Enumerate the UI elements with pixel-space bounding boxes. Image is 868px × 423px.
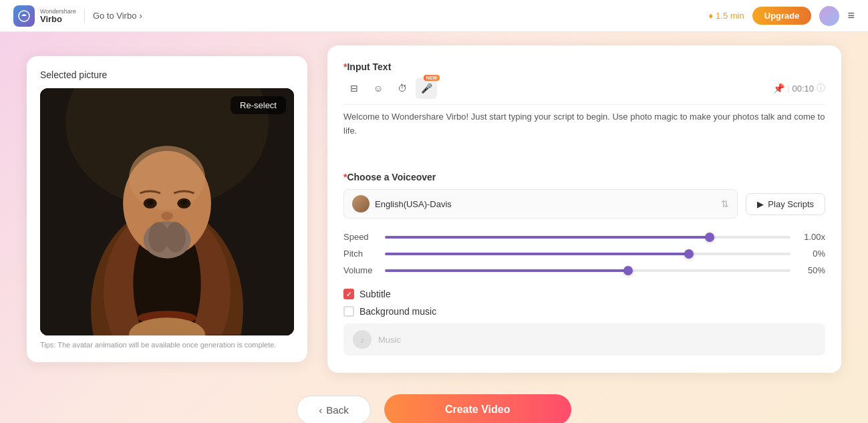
- speed-label: Speed: [343, 232, 377, 242]
- pitch-slider-fill: [385, 253, 689, 255]
- voiceover-section: *Choose a Voiceover English(USA)-Davis ⇅…: [343, 172, 825, 219]
- pitch-slider-thumb: [684, 249, 694, 259]
- sliders-section: Speed 1.00x Pitch 0%: [343, 232, 825, 275]
- input-text-section: *Input Text ⊟ ☺ ⏱ 🎤 NEW 📌 |: [343, 61, 825, 158]
- speed-slider-fill: [385, 236, 710, 239]
- logo-text: Wondershare Virbo: [40, 9, 76, 23]
- toolbar-separator: |: [787, 84, 789, 93]
- svg-rect-19: [205, 335, 281, 335]
- svg-point-13: [161, 212, 173, 221]
- input-text-title: *Input Text: [343, 61, 825, 72]
- emoji-icon: ☺: [374, 83, 383, 94]
- bottom-bar: ‹ Back Create Video: [0, 386, 868, 423]
- voiceover-row: English(USA)-Davis ⇅ ▶ Play Scripts: [343, 189, 825, 219]
- toolbar-text-icon[interactable]: ⊟: [343, 78, 365, 99]
- voiceover-selector[interactable]: English(USA)-Davis ⇅: [343, 189, 738, 219]
- play-scripts-label: Play Scripts: [768, 199, 814, 209]
- play-circle-icon: ▶: [757, 199, 764, 209]
- music-note-icon: ♪: [360, 335, 365, 345]
- adjust-icon: ⇅: [721, 198, 729, 209]
- volume-value: 50%: [799, 265, 825, 275]
- music-placeholder[interactable]: Music: [378, 335, 401, 345]
- info-icon: ⓘ: [817, 82, 825, 94]
- bgmusic-label: Background music: [359, 306, 436, 317]
- speed-slider-thumb: [705, 233, 714, 242]
- bgmusic-row: Background music: [343, 306, 825, 317]
- new-badge: NEW: [424, 75, 440, 81]
- bgmusic-checkbox[interactable]: [343, 306, 354, 317]
- create-video-button[interactable]: Create Video: [384, 394, 571, 423]
- input-title-label: Input Text: [347, 61, 391, 72]
- header-right: ♦ 1.5 min Upgrade ≡: [708, 6, 855, 26]
- text-toolbar: ⊟ ☺ ⏱ 🎤 NEW 📌 | 00:10 ⓘ: [343, 72, 825, 105]
- voice-avatar: [352, 195, 370, 213]
- volume-slider-fill: [385, 269, 628, 272]
- menu-icon[interactable]: ≡: [847, 9, 855, 23]
- svg-point-12: [180, 200, 187, 205]
- pitch-label: Pitch: [343, 249, 377, 259]
- voiceover-title-label: Choose a Voiceover: [347, 172, 436, 182]
- time-badge: ♦ 1.5 min: [708, 11, 744, 21]
- music-circle-icon: ♪: [353, 330, 372, 349]
- volume-slider-row: Volume 50%: [343, 265, 825, 275]
- coin-icon: ♦: [708, 11, 713, 21]
- monk-image: Wondershare Virbo Video generated by AI: [40, 88, 294, 335]
- goto-chevron-icon: ›: [139, 11, 142, 21]
- pitch-slider-track[interactable]: [385, 253, 790, 255]
- logo-icon: [13, 5, 35, 27]
- left-panel: Selected picture: [27, 56, 307, 362]
- options-section: Subtitle Background music ♪ Music: [343, 289, 825, 356]
- volume-slider-track[interactable]: [385, 269, 790, 272]
- header: Wondershare Virbo Go to Virbo › ♦ 1.5 mi…: [0, 0, 868, 32]
- toolbar-timer-icon[interactable]: ⏱: [392, 78, 413, 99]
- main-content: Selected picture: [0, 32, 868, 386]
- speed-slider-row: Speed 1.00x: [343, 232, 825, 242]
- logo-virbo: Virbo: [40, 15, 76, 23]
- text-format-icon: ⊟: [350, 83, 358, 94]
- pitch-value: 0%: [799, 249, 825, 259]
- back-button[interactable]: ‹ Back: [297, 396, 370, 424]
- svg-point-8: [129, 146, 205, 210]
- speed-slider-track[interactable]: [385, 236, 790, 239]
- tips-text: Tips: The avatar animation will be avail…: [40, 341, 294, 349]
- volume-label: Volume: [343, 265, 377, 275]
- play-scripts-button[interactable]: ▶ Play Scripts: [746, 193, 825, 215]
- image-container: Wondershare Virbo Video generated by AI …: [40, 88, 294, 335]
- reselect-button[interactable]: Re-select: [231, 96, 286, 114]
- back-arrow-icon: ‹: [319, 404, 322, 416]
- text-area-content[interactable]: Welcome to Wondershare Virbo! Just start…: [343, 105, 825, 158]
- upgrade-button[interactable]: Upgrade: [752, 7, 812, 25]
- toolbar-emoji-icon[interactable]: ☺: [368, 78, 389, 99]
- toolbar-mic-button[interactable]: 🎤 NEW: [416, 78, 437, 99]
- subtitle-label: Subtitle: [359, 289, 391, 299]
- voice-name: English(USA)-Davis: [375, 199, 716, 209]
- user-avatar[interactable]: [819, 6, 839, 26]
- music-input-row: ♪ Music: [343, 323, 825, 356]
- goto-virbo-label: Go to Virbo: [93, 11, 137, 21]
- svg-point-16: [165, 222, 185, 253]
- goto-virbo-link[interactable]: Go to Virbo ›: [93, 11, 142, 21]
- timer-icon: ⏱: [398, 83, 407, 94]
- time-display: 00:10 ⓘ: [792, 82, 825, 94]
- back-label: Back: [326, 404, 348, 416]
- right-panel: *Input Text ⊟ ☺ ⏱ 🎤 NEW 📌 |: [327, 45, 841, 373]
- volume-slider-thumb: [623, 266, 633, 275]
- pin-icon: 📌: [773, 83, 784, 94]
- monk-svg: Wondershare Virbo Video generated by AI: [40, 88, 294, 335]
- voiceover-title: *Choose a Voiceover: [343, 172, 825, 182]
- pitch-slider-row: Pitch 0%: [343, 249, 825, 259]
- selected-picture-label: Selected picture: [40, 69, 294, 80]
- time-value: 1.5 min: [716, 11, 744, 21]
- svg-point-11: [147, 200, 154, 205]
- speed-value: 1.00x: [799, 232, 825, 242]
- logo-area: Wondershare Virbo: [13, 5, 76, 27]
- subtitle-checkbox[interactable]: [343, 289, 354, 299]
- mic-icon: 🎤: [421, 83, 432, 94]
- header-divider: [84, 9, 85, 23]
- time-value-display: 00:10: [792, 84, 814, 94]
- subtitle-row: Subtitle: [343, 289, 825, 299]
